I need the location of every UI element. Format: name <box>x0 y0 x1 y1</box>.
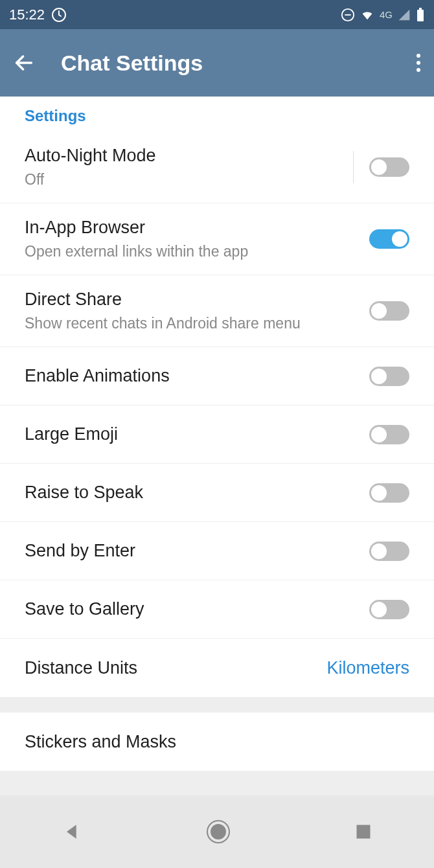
row-auto-night-mode[interactable]: Auto-Night Mode Off <box>0 131 434 203</box>
row-title: Raise to Speak <box>25 483 369 503</box>
row-stickers-and-masks[interactable]: Stickers and Masks <box>0 713 434 771</box>
settings-list-2: Stickers and Masks <box>0 713 434 771</box>
nav-back-icon[interactable] <box>62 821 82 842</box>
toggle-raise-to-speak[interactable] <box>369 483 409 503</box>
row-title: In-App Browser <box>25 218 369 238</box>
toggle-send-by-enter[interactable] <box>369 542 409 561</box>
toggle-large-emoji[interactable] <box>369 425 409 444</box>
wifi-icon <box>360 8 374 22</box>
svg-point-10 <box>211 825 225 839</box>
row-title: Send by Enter <box>25 541 369 561</box>
whatsapp-icon <box>51 7 67 23</box>
row-distance-units[interactable]: Distance Units Kilometers <box>0 639 434 697</box>
toggle-enable-animations[interactable] <box>369 367 409 386</box>
nav-home-icon[interactable] <box>205 819 231 845</box>
row-title: Stickers and Masks <box>25 732 409 752</box>
app-bar: Chat Settings <box>0 29 434 97</box>
svg-rect-4 <box>419 8 422 10</box>
dnd-icon <box>341 8 355 22</box>
settings-list: Settings Auto-Night Mode Off In-App Brow… <box>0 97 434 697</box>
svg-rect-3 <box>417 10 424 21</box>
svg-point-7 <box>417 61 420 65</box>
toggle-auto-night[interactable] <box>369 157 409 177</box>
svg-point-8 <box>417 68 420 72</box>
section-divider <box>0 697 434 713</box>
toggle-in-app-browser[interactable] <box>369 229 409 249</box>
row-title: Auto-Night Mode <box>25 146 353 166</box>
navigation-bar <box>0 795 434 868</box>
back-icon[interactable] <box>13 52 35 74</box>
section-header: Settings <box>0 97 434 131</box>
toggle-save-to-gallery[interactable] <box>369 600 409 619</box>
vertical-divider <box>353 151 354 183</box>
page-title: Chat Settings <box>61 51 203 76</box>
row-subtitle: Open external links within the app <box>25 243 369 260</box>
row-title: Save to Gallery <box>25 599 369 619</box>
toggle-direct-share[interactable] <box>369 301 409 321</box>
network-label: 4G <box>380 9 393 20</box>
row-save-to-gallery[interactable]: Save to Gallery <box>0 580 434 639</box>
status-time: 15:22 <box>9 6 45 23</box>
row-send-by-enter[interactable]: Send by Enter <box>0 522 434 580</box>
battery-icon <box>416 8 425 22</box>
row-raise-to-speak[interactable]: Raise to Speak <box>0 464 434 522</box>
signal-icon <box>398 8 411 21</box>
row-enable-animations[interactable]: Enable Animations <box>0 347 434 405</box>
nav-recent-icon[interactable] <box>354 823 372 841</box>
row-title: Direct Share <box>25 290 369 310</box>
row-subtitle: Show recent chats in Android share menu <box>25 315 369 332</box>
status-bar: 15:22 4G <box>0 0 434 29</box>
row-title: Enable Animations <box>25 366 369 386</box>
row-title: Distance Units <box>25 658 326 678</box>
row-large-emoji[interactable]: Large Emoji <box>0 405 434 464</box>
row-subtitle: Off <box>25 171 353 188</box>
row-title: Large Emoji <box>25 424 369 444</box>
overflow-menu-icon[interactable] <box>416 53 421 73</box>
svg-point-6 <box>417 54 420 58</box>
row-direct-share[interactable]: Direct Share Show recent chats in Androi… <box>0 275 434 347</box>
row-in-app-browser[interactable]: In-App Browser Open external links withi… <box>0 203 434 275</box>
distance-value: Kilometers <box>326 658 409 678</box>
svg-rect-11 <box>357 825 371 839</box>
